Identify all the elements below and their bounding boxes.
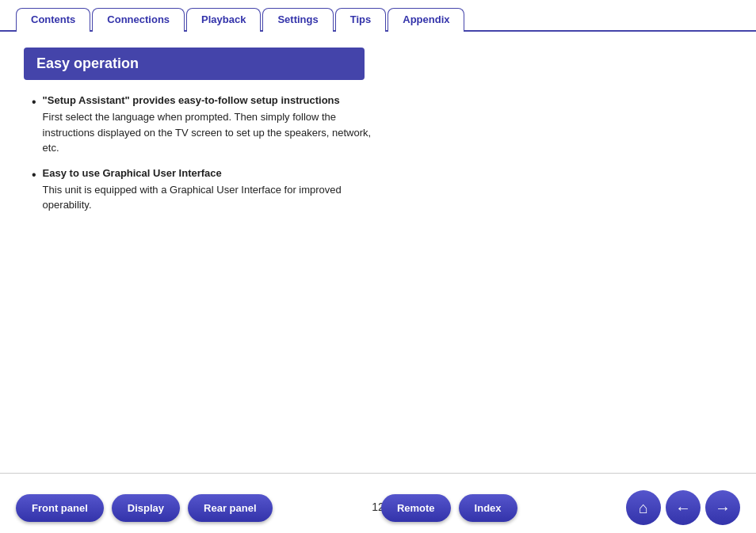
forward-icon: → — [715, 499, 731, 517]
home-button[interactable]: ⌂ — [626, 490, 661, 525]
bottom-nav: Front panel Display Rear panel Remote In… — [0, 490, 756, 525]
back-icon: ← — [675, 499, 691, 517]
bottom-nav-center: Remote Index — [381, 494, 517, 522]
tab-appendix[interactable]: Appendix — [388, 8, 464, 32]
bullet-item-2: • Easy to use Graphical User Interface T… — [32, 167, 732, 213]
index-button[interactable]: Index — [459, 494, 517, 522]
tab-tips[interactable]: Tips — [335, 8, 387, 32]
tab-contents[interactable]: Contents — [16, 8, 90, 32]
bottom-nav-right: ⌂ ← → — [626, 490, 740, 525]
divider — [0, 473, 756, 474]
bullet-desc-2: This unit is equipped with a Graphical U… — [43, 182, 376, 213]
bullet-title-2: Easy to use Graphical User Interface — [43, 167, 376, 179]
bullet-list: • "Setup Assistant" provides easy-to-fol… — [24, 94, 732, 213]
bullet-title-1: "Setup Assistant" provides easy-to-follo… — [43, 94, 376, 106]
forward-button[interactable]: → — [705, 490, 740, 525]
tab-playback[interactable]: Playback — [186, 8, 261, 32]
nav-tabs: Contents Connections Playback Settings T… — [0, 0, 756, 32]
bullet-dot-2: • — [32, 168, 36, 182]
remote-button[interactable]: Remote — [381, 494, 451, 522]
main-content: Easy operation • "Setup Assistant" provi… — [0, 32, 756, 242]
tab-settings[interactable]: Settings — [262, 8, 333, 32]
back-button[interactable]: ← — [666, 490, 701, 525]
home-icon: ⌂ — [639, 499, 648, 517]
front-panel-button[interactable]: Front panel — [16, 494, 104, 522]
section-title: Easy operation — [24, 48, 365, 80]
bullet-content-2: Easy to use Graphical User Interface Thi… — [43, 167, 376, 213]
bullet-desc-1: First select the language when prompted.… — [43, 109, 376, 156]
display-button[interactable]: Display — [112, 494, 180, 522]
tab-connections[interactable]: Connections — [92, 8, 185, 32]
bottom-nav-left: Front panel Display Rear panel — [16, 494, 273, 522]
bullet-content-1: "Setup Assistant" provides easy-to-follo… — [43, 94, 376, 156]
bullet-dot-1: • — [32, 95, 36, 109]
bullet-item-1: • "Setup Assistant" provides easy-to-fol… — [32, 94, 732, 156]
rear-panel-button[interactable]: Rear panel — [188, 494, 272, 522]
